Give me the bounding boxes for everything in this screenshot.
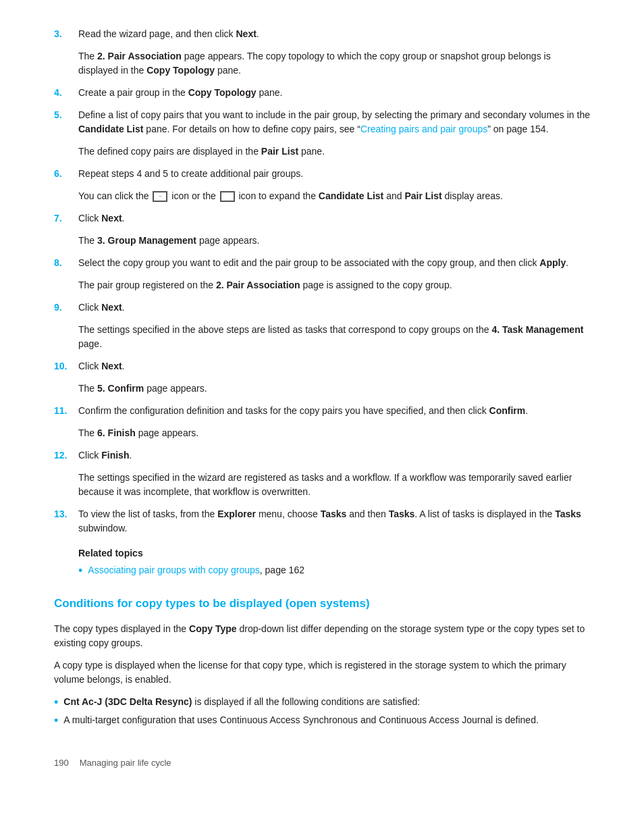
bullet-icon-section-1: • bbox=[54, 695, 58, 710]
step-5-sub: The defined copy pairs are displayed in … bbox=[78, 145, 590, 159]
step-11: 11. Confirm the configuration definition… bbox=[54, 404, 590, 418]
step-13-content: To view the list of tasks, from the Expl… bbox=[78, 507, 590, 536]
step-5-link[interactable]: Creating pairs and pair groups bbox=[360, 124, 487, 134]
step-6-num: 6. bbox=[54, 167, 78, 181]
step-3-num: 3. bbox=[54, 27, 78, 41]
related-topics-title: Related topics bbox=[78, 546, 590, 561]
step-5-text: Define a list of copy pairs that you wan… bbox=[78, 109, 590, 134]
step-11-text: Confirm the configuration definition and… bbox=[78, 405, 528, 416]
related-topic-item-1: • Associating pair groups with copy grou… bbox=[78, 563, 590, 579]
step-5-content: Define a list of copy pairs that you wan… bbox=[78, 108, 590, 136]
footer: 190 Managing pair life cycle bbox=[54, 756, 590, 770]
footer-text: Managing pair life cycle bbox=[80, 756, 171, 770]
step-9: 9. Click Next. bbox=[54, 301, 590, 315]
icon-expand-2 bbox=[220, 191, 235, 202]
step-10-num: 10. bbox=[54, 359, 78, 373]
step-7-content: Click Next. bbox=[78, 211, 590, 226]
step-4-num: 4. bbox=[54, 86, 78, 100]
step-6-sub: You can click the icon or the icon to ex… bbox=[78, 189, 590, 203]
section-bullet-1: • Cnt Ac-J (3DC Delta Resync) is display… bbox=[54, 695, 590, 710]
step-5: 5. Define a list of copy pairs that you … bbox=[54, 108, 590, 136]
step-7: 7. Click Next. bbox=[54, 211, 590, 226]
step-6-text: Repeat steps 4 and 5 to create additiona… bbox=[78, 168, 303, 179]
step-6: 6. Repeat steps 4 and 5 to create additi… bbox=[54, 167, 590, 181]
step-13: 13. To view the list of tasks, from the … bbox=[54, 507, 590, 536]
step-10-text: Click Next. bbox=[78, 361, 124, 371]
section-heading: Conditions for copy types to be displaye… bbox=[54, 595, 590, 613]
step-5-num: 5. bbox=[54, 108, 78, 122]
step-7-text: Click Next. bbox=[78, 213, 124, 224]
step-11-sub: The 6. Finish page appears. bbox=[78, 426, 590, 440]
step-11-content: Confirm the configuration definition and… bbox=[78, 404, 590, 418]
icon-expand-1 bbox=[153, 191, 167, 202]
step-10: 10. Click Next. bbox=[54, 359, 590, 373]
step-13-num: 13. bbox=[54, 507, 78, 521]
step-8-num: 8. bbox=[54, 256, 78, 270]
step-9-content: Click Next. bbox=[78, 301, 590, 315]
step-10-sub: The 5. Confirm page appears. bbox=[78, 382, 590, 396]
step-6-content: Repeat steps 4 and 5 to create additiona… bbox=[78, 167, 590, 181]
step-9-text: Click Next. bbox=[78, 302, 124, 313]
step-8-sub: The pair group registered on the 2. Pair… bbox=[78, 278, 590, 292]
step-8-content: Select the copy group you want to edit a… bbox=[78, 256, 590, 270]
section-para-2: A copy type is displayed when the licens… bbox=[54, 658, 590, 687]
related-topics: Related topics • Associating pair groups… bbox=[78, 546, 590, 579]
step-4-text: Create a pair group in the Copy Topology… bbox=[78, 87, 282, 98]
step-3-text: Read the wizard page, and then click Nex… bbox=[78, 28, 259, 39]
step-11-num: 11. bbox=[54, 404, 78, 418]
step-7-sub: The 3. Group Management page appears. bbox=[78, 234, 590, 248]
step-12: 12. Click Finish. bbox=[54, 448, 590, 463]
step-7-num: 7. bbox=[54, 211, 78, 226]
step-8-text: Select the copy group you want to edit a… bbox=[78, 257, 568, 268]
page: 3. Read the wizard page, and then click … bbox=[0, 0, 644, 834]
footer-page-number: 190 bbox=[54, 756, 69, 770]
step-13-text: To view the list of tasks, from the Expl… bbox=[78, 509, 581, 533]
section-bullet-1-text: Cnt Ac-J (3DC Delta Resync) is displayed… bbox=[63, 695, 420, 709]
related-topic-link-1[interactable]: Associating pair groups with copy groups bbox=[88, 565, 259, 575]
section-para-1: The copy types displayed in the Copy Typ… bbox=[54, 622, 590, 650]
step-4: 4. Create a pair group in the Copy Topol… bbox=[54, 86, 590, 100]
bullet-icon-section-2: • bbox=[54, 713, 58, 729]
step-3: 3. Read the wizard page, and then click … bbox=[54, 27, 590, 41]
step-12-text: Click Finish. bbox=[78, 450, 132, 461]
step-3-content: Read the wizard page, and then click Nex… bbox=[78, 27, 590, 41]
step-12-content: Click Finish. bbox=[78, 448, 590, 463]
step-12-sub: The settings specified in the wizard are… bbox=[78, 471, 590, 499]
step-9-sub: The settings specified in the above step… bbox=[78, 323, 590, 351]
step-8: 8. Select the copy group you want to edi… bbox=[54, 256, 590, 270]
section-bullet-2-text: A multi-target configuration that uses C… bbox=[63, 713, 539, 727]
step-9-num: 9. bbox=[54, 301, 78, 315]
related-topic-text-1: Associating pair groups with copy groups… bbox=[88, 563, 304, 577]
step-3-sub: The 2. Pair Association page appears. Th… bbox=[78, 49, 590, 78]
section-bullet-2: • A multi-target configuration that uses… bbox=[54, 713, 590, 729]
step-10-content: Click Next. bbox=[78, 359, 590, 373]
step-12-num: 12. bbox=[54, 448, 78, 463]
step-4-content: Create a pair group in the Copy Topology… bbox=[78, 86, 590, 100]
bullet-icon-1: • bbox=[78, 563, 82, 579]
